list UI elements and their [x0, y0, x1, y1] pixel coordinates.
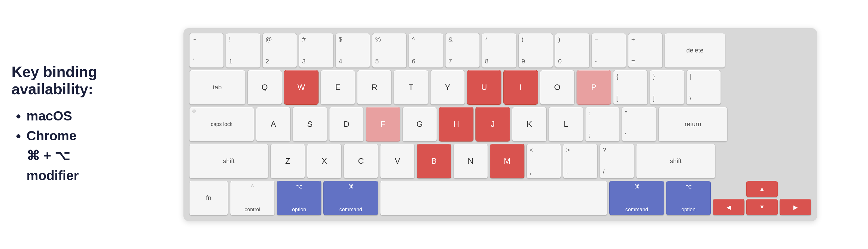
key-bracket-r[interactable]: }]: [650, 70, 684, 105]
key-m[interactable]: M: [490, 144, 524, 178]
key-6[interactable]: ^6: [409, 33, 443, 68]
key-8[interactable]: *8: [482, 33, 516, 68]
key-n[interactable]: N: [453, 144, 488, 178]
key-caps-lock[interactable]: caps lock: [189, 107, 254, 141]
key-v[interactable]: V: [380, 144, 415, 178]
key-space[interactable]: [380, 181, 608, 215]
key-bracket-l[interactable]: {[: [613, 70, 648, 105]
key-o[interactable]: O: [540, 70, 575, 105]
key-0[interactable]: )0: [555, 33, 590, 68]
key-control[interactable]: ^ control: [230, 181, 275, 215]
list-item-macos: macOS: [27, 106, 121, 126]
key-semicolon[interactable]: :;: [585, 107, 620, 141]
asdf-row: caps lock A S D F G H J: [189, 107, 811, 141]
bottom-row: fn ^ control ⌥ option ⌘ command ⌘ comman…: [189, 181, 811, 215]
key-command-left[interactable]: ⌘ command: [323, 181, 378, 215]
key-b[interactable]: B: [417, 144, 451, 178]
key-shift-right[interactable]: shift: [636, 144, 715, 178]
key-u[interactable]: U: [467, 70, 501, 105]
key-c[interactable]: C: [344, 144, 378, 178]
key-f[interactable]: F: [366, 107, 400, 141]
key-arrow-left[interactable]: ◀: [713, 199, 744, 215]
key-w[interactable]: W: [284, 70, 318, 105]
key-h[interactable]: H: [439, 107, 473, 141]
key-5[interactable]: %5: [372, 33, 407, 68]
key-slash[interactable]: ?/: [599, 144, 634, 178]
arrow-cluster: ▲ ◀ ▼ ▶: [713, 181, 811, 215]
key-9[interactable]: (9: [518, 33, 553, 68]
key-1[interactable]: !1: [226, 33, 260, 68]
key-e[interactable]: E: [320, 70, 355, 105]
key-command-right[interactable]: ⌘ command: [609, 181, 664, 215]
key-j[interactable]: J: [475, 107, 510, 141]
key-arrow-right[interactable]: ▶: [780, 199, 811, 215]
keyboard: ~` !1 @2 #3 $4 %5 ^6 &7: [183, 28, 817, 221]
key-tilde[interactable]: ~`: [189, 33, 224, 68]
key-t[interactable]: T: [394, 70, 428, 105]
key-r[interactable]: R: [357, 70, 392, 105]
key-arrow-down[interactable]: ▼: [746, 199, 778, 215]
key-delete[interactable]: delete: [665, 33, 725, 68]
key-d[interactable]: D: [329, 107, 364, 141]
key-shift-left[interactable]: shift: [189, 144, 269, 178]
key-option-right[interactable]: ⌥ option: [666, 181, 711, 215]
key-i[interactable]: I: [503, 70, 538, 105]
key-k[interactable]: K: [512, 107, 547, 141]
key-7[interactable]: &7: [445, 33, 480, 68]
number-row: ~` !1 @2 #3 $4 %5 ^6 &7: [189, 33, 811, 68]
key-fn[interactable]: fn: [189, 181, 228, 215]
key-option-left[interactable]: ⌥ option: [277, 181, 321, 215]
list-item-chrome: Chrome: [27, 126, 121, 146]
key-g[interactable]: G: [402, 107, 437, 141]
key-4[interactable]: $4: [336, 33, 370, 68]
key-x[interactable]: X: [307, 144, 342, 178]
key-arrow-up[interactable]: ▲: [746, 181, 778, 197]
key-minus[interactable]: –-: [592, 33, 626, 68]
key-y[interactable]: Y: [430, 70, 465, 105]
key-equals[interactable]: +=: [628, 33, 663, 68]
key-return[interactable]: return: [658, 107, 727, 141]
key-period[interactable]: >.: [563, 144, 597, 178]
keyboard-wrapper: ~` !1 @2 #3 $4 %5 ^6 &7: [132, 19, 868, 230]
key-3[interactable]: #3: [299, 33, 334, 68]
key-backslash[interactable]: |\: [686, 70, 721, 105]
zxcv-row: shift Z X C V B N M <,: [189, 144, 811, 178]
list-item-modifier: ⌘ + ⌥ modifier: [27, 146, 121, 186]
panel-title: Key bindingavailability:: [11, 63, 121, 98]
key-l[interactable]: L: [549, 107, 583, 141]
qwerty-row: tab Q W E R T Y U I: [189, 70, 811, 105]
key-a[interactable]: A: [256, 107, 290, 141]
key-z[interactable]: Z: [271, 144, 305, 178]
availability-list: macOS Chrome ⌘ + ⌥ modifier: [11, 106, 121, 186]
key-s[interactable]: S: [292, 107, 327, 141]
key-comma[interactable]: <,: [526, 144, 561, 178]
key-quote[interactable]: "': [622, 107, 656, 141]
key-q[interactable]: Q: [247, 70, 282, 105]
key-p[interactable]: P: [577, 70, 611, 105]
key-2[interactable]: @2: [262, 33, 297, 68]
info-panel: Key bindingavailability: macOS Chrome ⌘ …: [0, 46, 132, 203]
key-tab[interactable]: tab: [189, 70, 245, 105]
